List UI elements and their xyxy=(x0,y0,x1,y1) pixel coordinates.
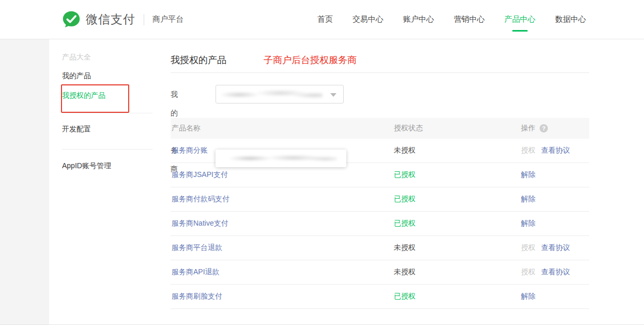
table-header: 产品名称 授权状态 操作 ? xyxy=(171,118,589,139)
sidebar-item-dev-config[interactable]: 开发配置 xyxy=(62,125,91,134)
nav-item-marketing-center[interactable]: 营销中心 xyxy=(453,11,486,27)
title-divider xyxy=(171,72,589,73)
nav-item-data-center[interactable]: 数据中心 xyxy=(554,11,587,27)
nav-item-product-center[interactable]: 产品中心 xyxy=(503,11,536,27)
revoke-link[interactable]: 解除 xyxy=(521,219,535,228)
nav-item-trade-center[interactable]: 交易中心 xyxy=(351,11,385,27)
status-text: 已授权 xyxy=(394,292,416,300)
view-agreement-link[interactable]: 查看协议 xyxy=(541,146,570,155)
product-name-link[interactable]: 服务商JSAPI支付 xyxy=(172,170,228,179)
redacted-option-value xyxy=(227,154,337,163)
sidebar-item-appid-management[interactable]: AppID账号管理 xyxy=(62,161,111,171)
top-header: 微信支付 商户平台 首页 交易中心 账户中心 营销中心 产品中心 数据中心 xyxy=(0,0,644,39)
product-name-link[interactable]: 服务商平台退款 xyxy=(172,243,222,252)
sidebar-divider xyxy=(62,113,152,113)
product-name-link[interactable]: 服务商刷脸支付 xyxy=(172,292,222,300)
table-row: 服务商API退款 未授权 授权 查看协议 解除 xyxy=(171,260,589,285)
top-nav: 首页 交易中心 账户中心 营销中心 产品中心 数据中心 xyxy=(316,0,587,39)
brand-subtitle: 商户平台 xyxy=(152,14,183,24)
product-name-link[interactable]: 服务商分账 xyxy=(172,146,208,154)
product-name-link[interactable]: 服务商Native支付 xyxy=(172,219,228,227)
sidebar-item-my-authorized-products[interactable]: 我授权的产品 xyxy=(62,91,105,100)
brand-area: 微信支付 商户平台 xyxy=(62,0,183,39)
status-text: 未授权 xyxy=(394,146,416,154)
products-table: 产品名称 授权状态 操作 ? 服务商分账 未授权 授权 查看协议 解除 服务商J… xyxy=(171,118,589,309)
status-text: 已授权 xyxy=(394,170,416,179)
sidebar-item-my-products[interactable]: 我的产品 xyxy=(62,71,91,81)
sidebar-divider xyxy=(62,149,152,150)
table-row: 服务商刷脸支付 已授权 授权 查看协议 解除 xyxy=(171,285,589,309)
authorize-action-disabled: 授权 xyxy=(521,146,535,155)
left-gutter xyxy=(0,39,49,325)
table-row: 服务商付款码支付 已授权 授权 查看协议 解除 xyxy=(171,187,589,212)
column-action-label: 操作 xyxy=(521,124,535,133)
product-name-link[interactable]: 服务商付款码支付 xyxy=(172,195,229,203)
wechat-pay-logo-icon xyxy=(62,10,81,29)
red-annotation-text: 子商户后台授权服务商 xyxy=(264,54,357,66)
redacted-provider-value xyxy=(221,88,323,100)
column-action: 操作 ? xyxy=(521,124,589,133)
merchant-platform-page: 微信支付 商户平台 首页 交易中心 账户中心 营销中心 产品中心 数据中心 产品… xyxy=(0,0,644,325)
status-text: 未授权 xyxy=(394,268,416,276)
chevron-down-icon xyxy=(330,93,336,97)
column-product-name: 产品名称 xyxy=(171,124,394,133)
provider-select[interactable] xyxy=(216,85,344,104)
sidebar-section-all-products: 产品大全 xyxy=(62,53,91,62)
status-text: 已授权 xyxy=(394,219,416,227)
view-agreement-link[interactable]: 查看协议 xyxy=(541,243,570,253)
view-agreement-link[interactable]: 查看协议 xyxy=(541,268,570,277)
main-content: 我授权的产品 子商户后台授权服务商 我的服务商 产品名称 授权状态 操作 ? xyxy=(171,39,589,325)
table-row: 服务商Native支付 已授权 授权 查看协议 解除 xyxy=(171,212,589,236)
column-auth-status: 授权状态 xyxy=(394,124,521,133)
product-name-link[interactable]: 服务商API退款 xyxy=(172,268,220,276)
status-text: 已授权 xyxy=(394,195,416,203)
revoke-link[interactable]: 解除 xyxy=(521,170,535,180)
revoke-link[interactable]: 解除 xyxy=(521,195,535,204)
table-row: 服务商平台退款 未授权 授权 查看协议 解除 xyxy=(171,236,589,260)
authorize-action-disabled: 授权 xyxy=(521,243,535,253)
nav-item-account-center[interactable]: 账户中心 xyxy=(402,11,435,27)
brand-name: 微信支付 xyxy=(86,11,135,27)
page-title: 我授权的产品 xyxy=(171,54,226,66)
question-mark-icon[interactable]: ? xyxy=(540,124,548,132)
authorize-action-disabled: 授权 xyxy=(521,268,535,277)
revoke-link[interactable]: 解除 xyxy=(521,292,535,301)
sidebar: 产品大全 我的产品 我授权的产品 开发配置 AppID账号管理 xyxy=(49,39,152,325)
nav-item-home[interactable]: 首页 xyxy=(316,11,334,27)
provider-dropdown-option[interactable] xyxy=(216,150,346,167)
brand-separator xyxy=(144,14,144,25)
status-text: 未授权 xyxy=(394,243,416,252)
